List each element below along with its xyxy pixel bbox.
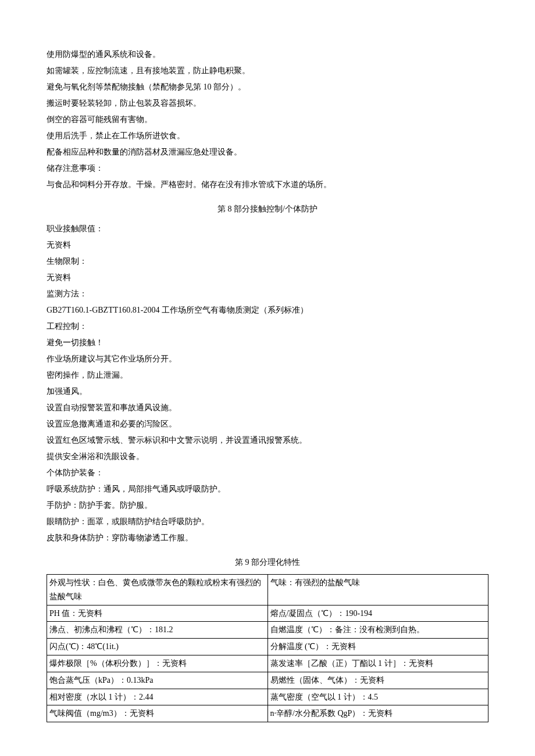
body-line: 使用后洗手，禁止在工作场所进饮食。 (47, 128, 488, 144)
body-line: 如需罐装，应控制流速，且有接地装置，防止静电积聚。 (47, 63, 488, 79)
body-line: 搬运时要轻装轻卸，防止包装及容器损坏。 (47, 95, 488, 112)
cell-partition-coef: n·辛醇/水分配系数 QgP）：无资料 (268, 705, 488, 722)
title-suffix: 部分接触控制/个体防护 (232, 205, 318, 213)
body-line: 生物限制： (47, 253, 488, 270)
body-line: 职业接触限值： (47, 221, 488, 237)
section-9-title: 第 9 部分理化特性 (47, 554, 488, 571)
body-line: GB27T160.1-GBZTT160.81-2004 工作场所空气有毒物质测定… (47, 302, 488, 318)
cell-odor: 气味：有强烈的盐酸气味 (268, 575, 488, 605)
body-line: 眼睛防护：面罩，或眼睛防护结合呼吸防护。 (47, 514, 488, 530)
section-8-title: 第 8 部分接触控制/个体防护 (47, 201, 488, 217)
cell-decomp-temp: 分解温度 (℃）：无资料 (268, 639, 488, 655)
body-line: 密闭操作，防止泄漏。 (47, 367, 488, 384)
body-line: 工程控制： (47, 318, 488, 335)
body-line: 避免一切接触！ (47, 335, 488, 351)
body-line: 设置应急撤离通道和必要的泻险区。 (47, 416, 488, 432)
body-line: 设置红色区域警示线、警示标识和中文警示说明，并设置通讯报警系统。 (47, 432, 488, 449)
cell-autoignition: 自燃温度（℃）：备注：没有检测到自热。 (268, 622, 488, 639)
title-prefix: 第 (235, 558, 245, 567)
title-number: 9 (245, 558, 249, 567)
body-line: 提供安全淋浴和洗眼设备。 (47, 449, 488, 465)
title-number: 8 (228, 205, 232, 213)
table-row: 饱合蒸气压（kPa）：0.13kPa 易燃性（固体、气体）：无资料 (47, 672, 488, 689)
body-line: 倒空的容器可能残留有害物。 (47, 112, 488, 128)
body-line: 使用防爆型的通风系统和设备。 (47, 46, 488, 63)
cell-melting-point: 熔点/凝固点（℃）：190-194 (268, 605, 488, 622)
title-prefix: 第 (217, 205, 228, 213)
table-row: PH 值：无资料 熔点/凝固点（℃）：190-194 (47, 605, 488, 622)
body-line: 手防护：防护手套。防护服。 (47, 497, 488, 514)
body-line: 监测方法： (47, 286, 488, 302)
cell-appearance: 外观与性状：白色、黄色或微带灰色的颗粒或粉末有强烈的盐酸气味 (47, 575, 268, 605)
body-line: 个体防护装备： (47, 465, 488, 481)
body-line: 呼吸系统防护：通风，局部排气通风或呼吸防护。 (47, 481, 488, 497)
properties-table: 外观与性状：白色、黄色或微带灰色的颗粒或粉末有强烈的盐酸气味 气味：有强烈的盐酸… (47, 574, 488, 722)
cell-vapor-density: 蒸气密度（空气以 1 计）：4.5 (268, 689, 488, 705)
body-line: 无资料 (47, 237, 488, 253)
cell-flash-point: 闪点(℃)：48℃(1it.) (47, 639, 268, 655)
body-line: 避免与氧化剂等禁配物接触（禁配物参见第 10 部分）。 (47, 79, 488, 95)
table-row: 气味阀值（mg/m3）：无资料 n·辛醇/水分配系数 QgP）：无资料 (47, 705, 488, 722)
body-line: 无资料 (47, 270, 488, 286)
body-line: 作业场所建议与其它作业场所分开。 (47, 351, 488, 367)
cell-explosion-limit: 爆炸极限［%（体积分数）］：无资料 (47, 655, 268, 672)
cell-relative-density: 相对密度（水以 1 计）：2.44 (47, 689, 268, 705)
table-row: 闪点(℃)：48℃(1it.) 分解温度 (℃）：无资料 (47, 639, 488, 655)
body-line: 储存注意事项： (47, 160, 488, 177)
cell-ph: PH 值：无资料 (47, 605, 268, 622)
cell-vapor-pressure: 饱合蒸气压（kPa）：0.13kPa (47, 672, 268, 689)
body-line: 配备相应品种和数量的消防器材及泄漏应急处理设备。 (47, 144, 488, 160)
cell-flammability: 易燃性（固体、气体）：无资料 (268, 672, 488, 689)
table-row: 相对密度（水以 1 计）：2.44 蒸气密度（空气以 1 计）：4.5 (47, 689, 488, 705)
title-suffix: 部分理化特性 (249, 558, 301, 567)
cell-boiling-point: 沸点、初沸点和沸程（℃）：181.2 (47, 622, 268, 639)
cell-odor-threshold: 气味阀值（mg/m3）：无资料 (47, 705, 268, 722)
table-row: 沸点、初沸点和沸程（℃）：181.2 自燃温度（℃）：备注：没有检测到自热。 (47, 622, 488, 639)
body-line: 加强通风。 (47, 384, 488, 400)
body-line: 皮肤和身体防护：穿防毒物渗透工作服。 (47, 530, 488, 546)
table-row: 外观与性状：白色、黄色或微带灰色的颗粒或粉末有强烈的盐酸气味 气味：有强烈的盐酸… (47, 575, 488, 605)
cell-evap-rate: 蒸发速率［乙酸（正）丁酯以 1 计］：无资料 (268, 655, 488, 672)
body-line: 设置自动报警装置和事故通风设施。 (47, 400, 488, 416)
body-line: 与食品和饲料分开存放。干燥。严格密封。储存在没有排水管或下水道的场所。 (47, 177, 488, 193)
table-row: 爆炸极限［%（体积分数）］：无资料 蒸发速率［乙酸（正）丁酯以 1 计］：无资料 (47, 655, 488, 672)
